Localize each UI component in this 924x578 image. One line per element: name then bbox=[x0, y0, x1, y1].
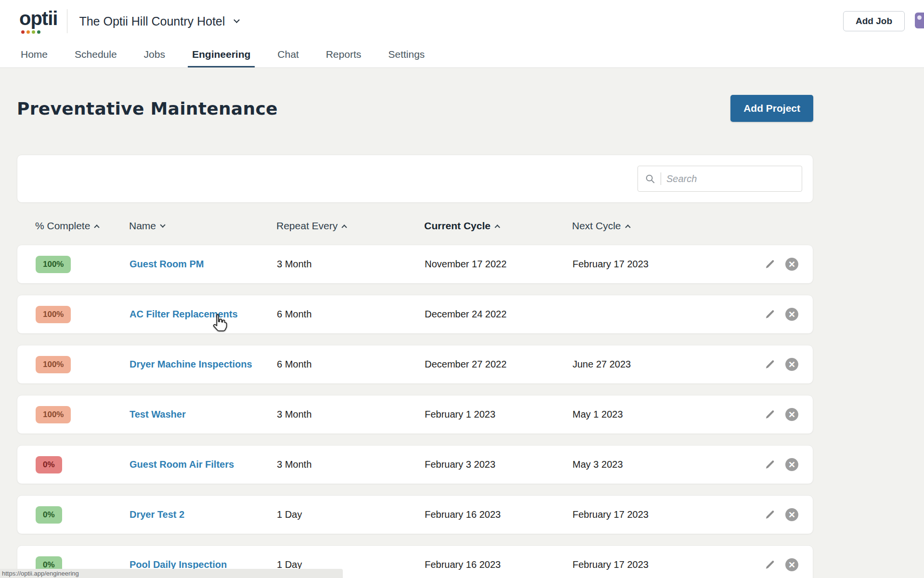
tab-home[interactable]: Home bbox=[21, 42, 48, 67]
current-cycle-value: December 24 2022 bbox=[425, 309, 573, 320]
table-row: 100% AC Filter Replacements 6 Month Dece… bbox=[17, 295, 813, 334]
current-cycle-value: February 16 2023 bbox=[425, 559, 573, 570]
project-name-link[interactable]: Guest Room PM bbox=[130, 259, 204, 269]
current-cycle-value: February 3 2023 bbox=[425, 459, 573, 470]
add-project-button[interactable]: Add Project bbox=[730, 95, 813, 122]
preventative-maintenance-page: Preventative Maintenance Add Project % C… bbox=[17, 95, 813, 578]
tab-engineering[interactable]: Engineering bbox=[188, 42, 255, 67]
table-row: 0% Guest Room Air Filters 3 Month Februa… bbox=[17, 445, 813, 484]
repeat-every-value: 6 Month bbox=[277, 359, 425, 370]
edit-icon[interactable] bbox=[765, 309, 775, 320]
sort-chevron-icon bbox=[495, 224, 500, 230]
percent-badge: 100% bbox=[36, 356, 71, 373]
optii-logo: optii bbox=[19, 9, 57, 34]
search-icon bbox=[645, 173, 655, 184]
repeat-every-value: 3 Month bbox=[277, 409, 425, 420]
remove-icon[interactable]: ✕ bbox=[785, 508, 798, 521]
edit-icon[interactable] bbox=[765, 359, 775, 370]
tab-schedule[interactable]: Schedule bbox=[75, 42, 117, 67]
project-name-link[interactable]: Pool Daily Inspection bbox=[130, 559, 227, 570]
add-job-button[interactable]: Add Job bbox=[843, 11, 905, 31]
project-name-link[interactable]: Dryer Test 2 bbox=[130, 509, 184, 520]
tab-jobs[interactable]: Jobs bbox=[144, 42, 165, 67]
percent-badge: 100% bbox=[36, 256, 71, 273]
table-row: 100% Guest Room PM 3 Month November 17 2… bbox=[17, 245, 813, 284]
link-url: https://optii.app/engineering bbox=[2, 570, 79, 577]
sort-chevron-icon bbox=[160, 222, 165, 227]
edit-icon[interactable] bbox=[765, 510, 775, 520]
link-status-bar: https://optii.app/engineering bbox=[0, 569, 343, 578]
table-header: % Complete Name Repeat Every Current Cyc… bbox=[17, 220, 813, 232]
column-header-percent-complete[interactable]: % Complete bbox=[35, 220, 129, 232]
remove-icon[interactable]: ✕ bbox=[785, 308, 798, 321]
repeat-every-value: 3 Month bbox=[277, 259, 425, 270]
percent-badge: 100% bbox=[36, 306, 71, 323]
page-title: Preventative Maintenance bbox=[17, 99, 278, 118]
search-input[interactable] bbox=[666, 173, 795, 184]
tab-chat[interactable]: Chat bbox=[277, 42, 299, 67]
remove-icon[interactable]: ✕ bbox=[785, 408, 798, 421]
repeat-every-value: 3 Month bbox=[277, 459, 425, 470]
repeat-every-value: 6 Month bbox=[277, 309, 425, 320]
percent-badge: 0% bbox=[36, 456, 62, 473]
project-name-link[interactable]: Test Washer bbox=[130, 409, 186, 420]
next-cycle-value: February 17 2023 bbox=[573, 509, 757, 520]
column-header-name[interactable]: Name bbox=[129, 220, 276, 232]
table-row: 100% Test Washer 3 Month February 1 2023… bbox=[17, 395, 813, 434]
sort-chevron-icon bbox=[342, 224, 347, 230]
tab-reports[interactable]: Reports bbox=[326, 42, 362, 67]
top-bar: optii The Optii Hill Country Hotel Add J… bbox=[0, 0, 924, 42]
remove-icon[interactable]: ✕ bbox=[785, 558, 798, 571]
project-name-link[interactable]: Guest Room Air Filters bbox=[130, 459, 234, 470]
current-cycle-value: November 17 2022 bbox=[425, 259, 573, 270]
chevron-down-icon bbox=[234, 17, 240, 23]
edit-icon[interactable] bbox=[765, 460, 775, 470]
header-divider bbox=[67, 9, 67, 33]
project-name-link[interactable]: Dryer Machine Inspections bbox=[130, 359, 252, 369]
logo-text: optii bbox=[19, 8, 57, 29]
search-separator bbox=[661, 172, 661, 185]
search-box[interactable] bbox=[638, 166, 802, 192]
main-nav: Home Schedule Jobs Engineering Chat Repo… bbox=[0, 42, 924, 68]
edit-icon[interactable] bbox=[765, 409, 775, 420]
next-cycle-value: May 3 2023 bbox=[573, 459, 757, 470]
filter-card bbox=[17, 155, 813, 203]
partial-corner-icon[interactable] bbox=[915, 13, 924, 28]
next-cycle-value: June 27 2023 bbox=[573, 359, 757, 370]
sort-chevron-icon bbox=[625, 224, 630, 230]
project-name-link[interactable]: AC Filter Replacements bbox=[130, 309, 238, 319]
hotel-name: The Optii Hill Country Hotel bbox=[79, 14, 225, 28]
edit-icon[interactable] bbox=[765, 259, 775, 270]
column-header-next-cycle[interactable]: Next Cycle bbox=[572, 220, 758, 232]
remove-icon[interactable]: ✕ bbox=[785, 258, 798, 271]
column-header-current-cycle[interactable]: Current Cycle bbox=[424, 220, 572, 232]
next-cycle-value: May 1 2023 bbox=[573, 409, 757, 420]
table-row: 0% Dryer Test 2 1 Day February 16 2023 F… bbox=[17, 495, 813, 534]
repeat-every-value: 1 Day bbox=[277, 509, 425, 520]
current-cycle-value: February 1 2023 bbox=[425, 409, 573, 420]
remove-icon[interactable]: ✕ bbox=[785, 458, 798, 471]
next-cycle-value: February 17 2023 bbox=[573, 559, 757, 570]
remove-icon[interactable]: ✕ bbox=[785, 358, 798, 371]
logo-dots-icon bbox=[21, 30, 40, 34]
percent-badge: 100% bbox=[36, 406, 71, 423]
table-row: 100% Dryer Machine Inspections 6 Month D… bbox=[17, 345, 813, 384]
percent-badge: 0% bbox=[36, 506, 62, 524]
sort-chevron-icon bbox=[94, 224, 100, 230]
tab-settings[interactable]: Settings bbox=[388, 42, 425, 67]
column-header-repeat-every[interactable]: Repeat Every bbox=[276, 220, 424, 232]
edit-icon[interactable] bbox=[765, 560, 775, 570]
current-cycle-value: December 27 2022 bbox=[425, 359, 573, 370]
current-cycle-value: February 16 2023 bbox=[425, 509, 573, 520]
next-cycle-value: February 17 2023 bbox=[573, 259, 757, 270]
hotel-selector[interactable]: The Optii Hill Country Hotel bbox=[79, 14, 239, 28]
